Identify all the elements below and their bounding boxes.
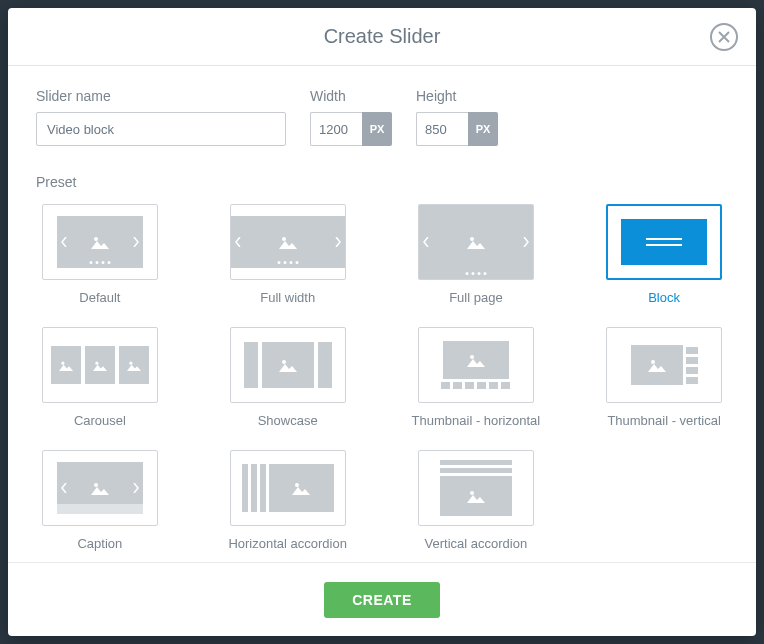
preset-thumb-carousel <box>42 327 158 403</box>
svg-point-6 <box>282 360 286 364</box>
preset-thumb-block <box>606 204 722 280</box>
preset-label-full-page: Full page <box>449 290 502 305</box>
svg-point-7 <box>470 355 474 359</box>
preset-carousel[interactable]: Carousel <box>36 327 164 428</box>
preset-v-accordion[interactable]: Vertical accordion <box>412 450 541 551</box>
preset-label-block: Block <box>648 290 680 305</box>
slider-name-input[interactable] <box>36 112 286 146</box>
height-group: Height PX <box>416 88 498 146</box>
preset-thumb-horizontal[interactable]: Thumbnail - horizontal <box>412 327 541 428</box>
svg-point-0 <box>94 237 98 241</box>
svg-point-9 <box>94 483 98 487</box>
preset-label: Preset <box>36 174 728 190</box>
svg-point-4 <box>95 361 98 364</box>
close-icon <box>718 31 730 43</box>
modal-body: Slider name Width PX Height PX Preset <box>8 66 756 562</box>
height-unit: PX <box>468 112 498 146</box>
preset-label-thumb-vertical: Thumbnail - vertical <box>607 413 720 428</box>
width-unit: PX <box>362 112 392 146</box>
preset-label-default: Default <box>79 290 120 305</box>
slider-name-group: Slider name <box>36 88 286 146</box>
form-row: Slider name Width PX Height PX <box>36 88 728 146</box>
preset-block[interactable]: Block <box>600 204 728 305</box>
preset-thumb-full-width <box>230 204 346 280</box>
preset-thumb-thumb-vertical <box>606 327 722 403</box>
preset-grid: Default Full width <box>36 204 728 551</box>
svg-point-5 <box>129 361 132 364</box>
preset-thumb-caption <box>42 450 158 526</box>
modal-header: Create Slider <box>8 8 756 66</box>
preset-label-h-accordion: Horizontal accordion <box>228 536 347 551</box>
svg-point-3 <box>61 361 64 364</box>
height-input[interactable] <box>416 112 468 146</box>
modal-footer: CREATE <box>8 562 756 636</box>
width-label: Width <box>310 88 392 104</box>
preset-label-caption: Caption <box>77 536 122 551</box>
modal-title: Create Slider <box>324 25 441 48</box>
preset-label-showcase: Showcase <box>258 413 318 428</box>
preset-caption[interactable]: Caption <box>36 450 164 551</box>
svg-point-2 <box>470 237 474 241</box>
preset-label-thumb-horizontal: Thumbnail - horizontal <box>412 413 541 428</box>
slider-name-label: Slider name <box>36 88 286 104</box>
preset-label-v-accordion: Vertical accordion <box>425 536 528 551</box>
preset-thumb-v-accordion <box>418 450 534 526</box>
preset-default[interactable]: Default <box>36 204 164 305</box>
svg-point-1 <box>282 237 286 241</box>
preset-thumb-h-accordion <box>230 450 346 526</box>
svg-point-10 <box>295 483 299 487</box>
svg-point-8 <box>651 360 655 364</box>
preset-full-page[interactable]: Full page <box>412 204 541 305</box>
svg-point-11 <box>470 491 474 495</box>
preset-label-carousel: Carousel <box>74 413 126 428</box>
preset-thumb-default <box>42 204 158 280</box>
preset-thumb-full-page <box>418 204 534 280</box>
width-group: Width PX <box>310 88 392 146</box>
width-input[interactable] <box>310 112 362 146</box>
preset-showcase[interactable]: Showcase <box>224 327 352 428</box>
preset-thumb-showcase <box>230 327 346 403</box>
create-button[interactable]: CREATE <box>324 582 440 618</box>
preset-label-full-width: Full width <box>260 290 315 305</box>
preset-thumb-thumb-horizontal <box>418 327 534 403</box>
height-label: Height <box>416 88 498 104</box>
create-slider-modal: Create Slider Slider name Width PX Heigh… <box>8 8 756 636</box>
preset-h-accordion[interactable]: Horizontal accordion <box>224 450 352 551</box>
close-button[interactable] <box>710 23 738 51</box>
preset-thumb-vertical[interactable]: Thumbnail - vertical <box>600 327 728 428</box>
preset-full-width[interactable]: Full width <box>224 204 352 305</box>
